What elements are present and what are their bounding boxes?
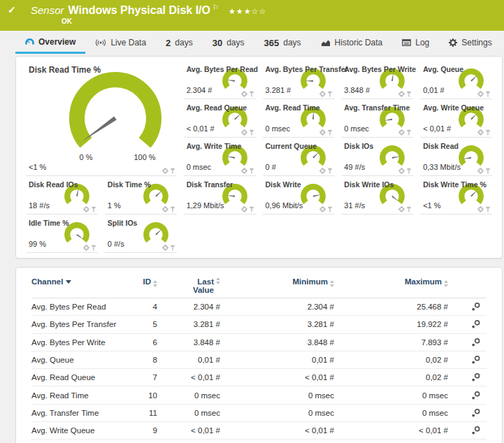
main-gauge [38,68,192,156]
tab-historic-data[interactable]: Historic Data [311,32,393,54]
table-header-row: Channel ID Last Value Minimum Maximum [31,268,487,298]
channel-settings-icon[interactable] [470,337,481,347]
cell-last-value: < 0,01 # [157,426,220,435]
gauge-value: <1 % [29,163,46,171]
channel-settings-icon[interactable] [470,372,481,382]
gauges-panel: Disk Read Time % 0 % 100 % <1 % Avg. Byt… [15,56,503,259]
gauge-value: 0 msec [344,124,368,133]
table-row[interactable]: Avg. Transfer Time 11 0 msec 0 msec 0 ms… [31,405,487,422]
tab-settings[interactable]: Settings [439,32,501,54]
gauge-tile: Avg. Bytes Per Write 3.848 # [341,61,413,99]
gauge-value: 0 # [266,163,276,171]
cell-minimum: 3.281 # [220,320,334,328]
cell-maximum: 25.468 # [334,303,448,311]
gauge-value: 0 msec [187,163,211,171]
cell-id: 6 [126,338,157,347]
tab-label: Live Data [110,38,146,48]
col-header-last-value[interactable]: Last Value [157,277,220,294]
tab-live-data[interactable]: Live Data [85,32,156,54]
gauge-tile: Idle Time % 99 % [26,215,98,253]
cell-channel: Avg. Bytes Per Write [31,338,126,347]
gauge-value: <1 % [423,201,440,210]
table-row[interactable]: Avg. Bytes Per Write 6 3.848 # 3.848 # 7… [31,334,487,351]
gauge-pin-icon[interactable] [170,168,175,174]
tab-log[interactable]: Log [392,32,439,54]
table-row[interactable]: Avg. Bytes Per Read 4 2.304 # 2.304 # 25… [31,298,487,316]
tab-2-days[interactable]: 2 days [156,32,203,54]
gauge-value: 0,96 Mbit/s [266,201,303,210]
gauge-value: 49 #/s [344,163,365,171]
log-icon [402,39,411,46]
tab-number: 365 [264,38,280,48]
cell-maximum: 19.922 # [334,320,448,328]
table-row[interactable]: Avg. Read Time 10 0 msec 0 msec 0 msec [31,386,487,404]
table-row[interactable]: Avg. Queue 8 0,01 # 0,01 # 0,02 # [31,351,487,369]
cell-minimum: 0 msec [220,391,334,400]
gauge-tile: Avg. Write Time 0 msec [184,138,256,176]
priority-stars[interactable]: ★★★☆☆ [229,7,266,15]
gauge-tile: Disk Write IOs 31 #/s [341,176,413,215]
gauge-needle [155,190,162,197]
gauge-label: Split IOs [108,219,138,227]
tab-number: 2 [166,38,171,48]
gauge-value: 0 #/s [108,240,124,248]
cell-minimum: < 0,01 # [220,426,334,435]
table-row[interactable]: Avg. Write Queue 9 < 0,01 # < 0,01 # < 0… [31,422,487,440]
channel-settings-icon[interactable] [470,426,481,435]
tab-bar: Overview Live Data 2 days 30 days 365 da… [15,31,503,55]
cell-minimum: 0,01 # [220,356,334,364]
tab-overview[interactable]: Overview [15,32,85,54]
cell-maximum: 0 msec [334,391,448,400]
channel-settings-icon[interactable] [470,302,481,312]
tab-number: 30 [213,38,222,48]
gauge-value: 0 msec [266,124,290,133]
col-header-minimum[interactable]: Minimum [220,277,334,287]
broadcast-icon [95,39,106,46]
gauge-scale-min: 0 % [80,153,93,161]
channel-settings-icon[interactable] [470,391,481,400]
col-header-channel[interactable]: Channel [31,277,126,286]
gauge-label: Avg. Write Queue [423,103,484,112]
chart-icon [321,39,331,47]
gauge-tile: Current Queue 0 # [263,138,335,176]
col-header-id[interactable]: ID [126,277,157,287]
gauge-label: Disk Read IOs [29,180,78,189]
gauge-label: Avg. Read Queue [187,103,247,112]
cell-id: 5 [126,320,157,328]
cell-minimum: 0 msec [220,409,334,417]
cell-channel: Avg. Read Queue [31,373,126,382]
gauge-tile: Disk Transfer 1,29 Mbit/s [184,176,256,215]
gear-icon [449,38,457,47]
status-check-icon: ✓ [8,4,16,15]
gauge-label: Disk Write [266,180,301,189]
channel-settings-icon[interactable] [470,355,481,365]
cell-minimum: 2.304 # [220,303,334,311]
sort-desc-icon [66,280,71,284]
tab-30-days[interactable]: 30 days [203,32,254,54]
tab-label: Log [415,38,429,48]
cell-last-value: < 0,01 # [157,373,220,382]
table-row[interactable]: Avg. Read Queue 7 < 0,01 # < 0,01 # 0,02… [31,369,487,386]
channel-settings-icon[interactable] [470,408,481,418]
cell-id: 9 [126,426,157,435]
cell-id: 11 [126,409,157,417]
tab-365-days[interactable]: 365 days [254,32,311,54]
cell-minimum: < 0,01 # [220,373,334,382]
cell-id: 7 [126,373,157,382]
gauge-value: < 0,01 # [423,124,451,133]
gauge-label: Avg. Queue [423,65,463,73]
table-row[interactable]: Avg. Bytes Per Transfer 5 3.281 # 3.281 … [31,316,487,333]
col-header-maximum[interactable]: Maximum [334,277,448,287]
gauge-value: 0,33 Mbit/s [423,163,461,171]
channel-gauge [298,181,329,209]
tab-label: Historic Data [335,38,383,48]
channel-gauge [456,143,487,170]
tab-label: Overview [38,37,75,47]
gauge-settings-gear-icon[interactable] [162,168,168,174]
flag-icon[interactable]: ⚐ [213,3,219,11]
tab-label: Settings [461,38,491,48]
channel-settings-icon[interactable] [470,319,481,329]
gauge-tile: Disk IOs 49 #/s [341,138,413,176]
cell-minimum: 3.848 # [220,338,334,347]
cell-maximum: 0,02 # [334,356,448,364]
